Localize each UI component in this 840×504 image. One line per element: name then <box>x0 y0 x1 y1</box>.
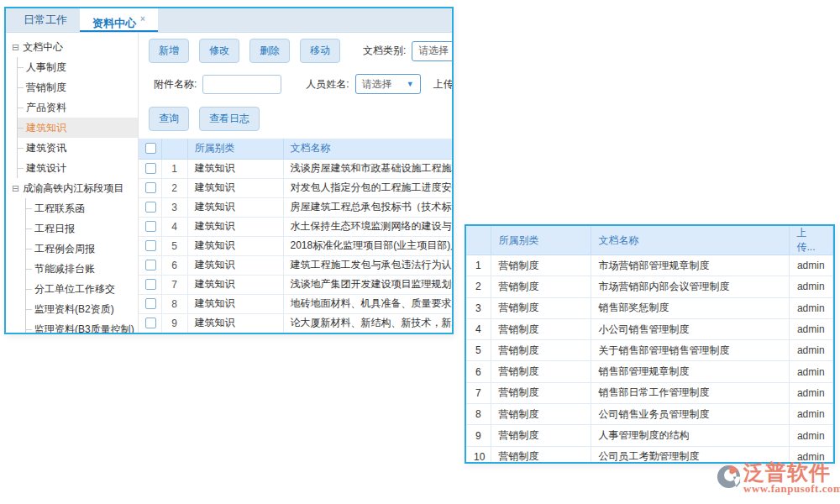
table-row[interactable]: 7 营销制度 销售部日常工作管理制度 admin <box>466 382 833 403</box>
tree-item-daily-report[interactable]: 工程日报 <box>26 218 138 239</box>
move-button[interactable]: 移动 <box>300 39 340 63</box>
cell-category: 营销制度 <box>491 318 591 339</box>
cell-category: 营销制度 <box>491 276 591 297</box>
cell-category: 建筑知识 <box>187 197 283 217</box>
cell-doc-name: 2018标准化监理项目部(业主项目部)人员... <box>283 236 452 255</box>
cell-doc-name: 房屋建筑工程总承包投标书（技术标）... <box>283 197 452 217</box>
attachment-name-input[interactable] <box>202 75 281 94</box>
table-row[interactable]: 2 建筑知识 对发包人指定分包的工程施工进度安排... <box>139 178 452 197</box>
cell-category: 营销制度 <box>491 382 591 403</box>
table-row[interactable]: 6 营销制度 销售部管理规章制度 admin <box>466 361 833 382</box>
table-row[interactable]: 8 营销制度 公司销售业务员管理制度 admin <box>466 404 833 425</box>
tree-item-product-docs[interactable]: 产品资料 <box>18 97 138 118</box>
table-row[interactable]: 1 建筑知识 浅谈房屋建筑和市政基础设施工程施工... <box>139 159 452 178</box>
row-checkbox[interactable] <box>145 260 156 270</box>
table-row[interactable]: 6 建筑知识 建筑工程施工发包与承包违法行为认定... <box>139 255 452 275</box>
cell-category: 建筑知识 <box>187 294 283 313</box>
collapse-icon[interactable]: ⊟ <box>12 183 19 194</box>
table-row[interactable]: 5 营销制度 关于销售部管理销售管理制度 admin <box>466 340 833 361</box>
tree-item-energy-ledger[interactable]: 节能减排台账 <box>26 259 138 279</box>
cell-category: 营销制度 <box>491 361 591 382</box>
documents-table: 所属别类 文档名称 1 建筑知识 浅谈房屋建筑和市政基础设施工程施工... 2 <box>139 139 452 333</box>
table-row[interactable]: 4 营销制度 小公司销售管理制度 admin <box>466 318 833 339</box>
cell-category: 建筑知识 <box>187 159 283 178</box>
tab-bar: 日常工作 资料中心× <box>6 8 452 33</box>
table-row[interactable]: 1 营销制度 市场营销部管理规章制度 admin <box>466 255 833 276</box>
row-checkbox[interactable] <box>145 182 156 193</box>
tree-node-document-center[interactable]: ⊟ 文档中心 <box>6 37 138 57</box>
table-row[interactable]: 9 营销制度 人事管理制度的结构 admin <box>466 425 833 446</box>
row-checkbox[interactable] <box>145 221 156 232</box>
table-row[interactable]: 4 建筑知识 水土保持生态环境监测网络的建设与资... <box>139 217 452 236</box>
table-row[interactable]: 5 建筑知识 2018标准化监理项目部(业主项目部)人员... <box>139 236 452 255</box>
header-doc-name: 文档名称 <box>591 226 789 255</box>
cell-category: 营销制度 <box>491 297 591 318</box>
cell-category: 建筑知识 <box>187 236 283 255</box>
table-row[interactable]: 8 建筑知识 地砖地面材料、机具准备、质量要求及... <box>139 294 452 313</box>
cell-category: 营销制度 <box>491 404 591 425</box>
tree-node-chengyu-project[interactable]: ⊟ 成渝高铁内江标段项目 <box>6 178 138 198</box>
cell-category: 建筑知识 <box>187 255 283 275</box>
table-row[interactable]: 3 建筑知识 房屋建筑工程总承包投标书（技术标）... <box>139 197 452 217</box>
row-checkbox[interactable] <box>145 163 156 174</box>
cell-doc-name: 论大厦新材料、新结构、新技术，新工... <box>283 313 452 333</box>
modify-button[interactable]: 修改 <box>199 39 239 63</box>
tree-item-construction-knowledge[interactable]: 建筑知识 <box>18 118 138 138</box>
cell-doc-name: 销售部管理规章制度 <box>591 361 789 382</box>
marketing-documents-table: 所属别类 文档名称 上传... 1 营销制度 市场营销部管理规章制度 admin… <box>466 226 833 464</box>
select-value: 请选择 <box>418 44 449 58</box>
person-name-select[interactable]: 请选择 ▼ <box>355 74 421 94</box>
cell-uploader: admin <box>789 297 833 318</box>
cell-uploader: admin <box>789 361 833 382</box>
cell-doc-name: 浅谈地产集团开发建设项目监理规划编... <box>283 275 452 294</box>
tab-daily-work[interactable]: 日常工作 <box>11 8 80 32</box>
header-category: 所属别类 <box>491 226 591 255</box>
document-tree-sidebar: ⊟ 文档中心 人事制度 营销制度 产品资料 建筑知识 建筑资讯 建筑设计 ⊟ 成… <box>6 33 139 333</box>
tree-item-supervision-b3[interactable]: 监理资料(B3质量控制) <box>26 319 138 333</box>
table-row[interactable]: 3 营销制度 销售部奖惩制度 admin <box>466 297 833 318</box>
header-uploader: 上传... <box>789 226 833 255</box>
tree-node-label: 成渝高铁内江标段项目 <box>23 181 123 196</box>
cell-uploader: admin <box>789 382 833 403</box>
fanpu-logo-icon <box>717 464 741 490</box>
row-checkbox[interactable] <box>145 240 156 251</box>
row-checkbox[interactable] <box>145 202 156 213</box>
tab-data-center-label: 资料中心 <box>92 17 136 29</box>
tree-item-work-transfer[interactable]: 分工单位工作移交 <box>26 279 138 299</box>
row-checkbox[interactable] <box>145 298 156 309</box>
tree-item-marketing-policy[interactable]: 营销制度 <box>18 77 138 97</box>
table-row[interactable]: 2 营销制度 市场营销部内部会议管理制度 admin <box>466 276 833 297</box>
tree-item-construction-design[interactable]: 建筑设计 <box>18 158 138 178</box>
close-icon[interactable]: × <box>140 14 145 24</box>
table-row[interactable]: 7 建筑知识 浅谈地产集团开发建设项目监理规划编... <box>139 275 452 294</box>
cell-doc-name: 销售部奖惩制度 <box>591 297 789 318</box>
logo-url: www.fanpusoft.com <box>743 483 840 495</box>
query-button[interactable]: 查询 <box>149 107 189 131</box>
tree-node-label: 文档中心 <box>23 40 63 55</box>
cell-doc-name: 关于销售部管理销售管理制度 <box>591 340 789 361</box>
toolbar-row-filters: 附件名称: 人员姓名: 请选择 ▼ 上传日期 <box>154 74 452 94</box>
tree-item-contact-letter[interactable]: 工程联系函 <box>26 198 138 218</box>
cell-doc-name: 对发包人指定分包的工程施工进度安排... <box>283 178 452 197</box>
tab-data-center[interactable]: 资料中心× <box>80 8 158 32</box>
add-button[interactable]: 新增 <box>149 39 189 63</box>
document-center-window: 日常工作 资料中心× ⊟ 文档中心 人事制度 营销制度 产品资料 建筑知识 建筑… <box>4 7 454 334</box>
doc-category-select[interactable]: 请选择 ▼ <box>412 41 452 61</box>
upload-date-label: 上传日期 <box>433 77 452 92</box>
row-checkbox[interactable] <box>145 318 156 328</box>
document-list-panel: 新增 修改 删除 移动 文档类别: 请选择 ▼ 文档名称: 附件名称: 人员姓名… <box>139 33 452 333</box>
table-row[interactable]: 9 建筑知识 论大厦新材料、新结构、新技术，新工... <box>139 313 452 333</box>
cell-doc-name: 浅谈房屋建筑和市政基础设施工程施工... <box>283 159 452 178</box>
view-log-button[interactable]: 查看日志 <box>199 107 260 131</box>
delete-button[interactable]: 删除 <box>249 39 290 63</box>
collapse-icon[interactable]: ⊟ <box>12 42 19 53</box>
tree-item-weekly-meeting[interactable]: 工程例会周报 <box>26 239 138 259</box>
tree-item-supervision-b2[interactable]: 监理资料(B2资质) <box>26 299 138 319</box>
select-value: 请选择 <box>362 77 392 92</box>
cell-category: 营销制度 <box>491 255 591 276</box>
tree-item-construction-news[interactable]: 建筑资讯 <box>18 138 138 158</box>
row-checkbox[interactable] <box>145 279 156 290</box>
cell-category: 营销制度 <box>491 425 591 446</box>
tree-item-hr-policy[interactable]: 人事制度 <box>18 57 138 77</box>
select-all-checkbox[interactable] <box>145 143 156 154</box>
